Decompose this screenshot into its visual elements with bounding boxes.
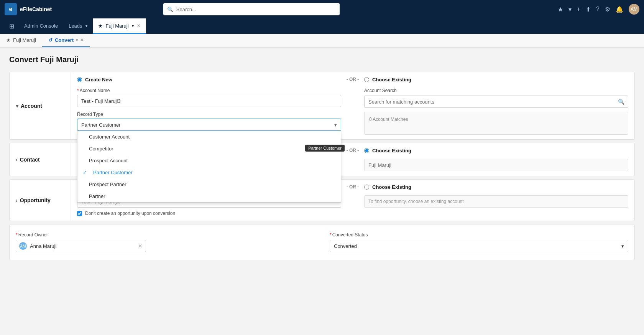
opportunity-label: Opportunity bbox=[20, 197, 51, 203]
search-input[interactable] bbox=[176, 7, 336, 12]
record-type-option-partner-customer[interactable]: Partner Customer bbox=[77, 167, 341, 178]
bottom-section: *Record Owner AM Anna Maruji ✕ *Converte… bbox=[9, 224, 635, 260]
contact-existing-area: Choose Existing Fuji Maruji bbox=[364, 148, 628, 171]
option-label: Partner Customer bbox=[93, 170, 133, 175]
option-label: Prospect Account bbox=[89, 158, 128, 163]
dropdown-icon[interactable]: ▾ bbox=[568, 6, 572, 13]
contact-existing-radio-label[interactable]: Choose Existing bbox=[364, 148, 628, 153]
choose-existing-radio-label[interactable]: Choose Existing bbox=[364, 77, 628, 83]
account-search-input[interactable] bbox=[364, 96, 628, 108]
tab-admin-console[interactable]: Admin Console bbox=[19, 18, 63, 34]
star-icon[interactable]: ★ bbox=[558, 6, 563, 13]
account-or-divider: - OR - bbox=[341, 77, 364, 82]
sub-tab-convert-label: Convert bbox=[55, 37, 74, 43]
account-chevron-icon[interactable]: ▾ bbox=[16, 103, 18, 109]
account-section: ▾ Account Create New *Account Name Recor… bbox=[9, 72, 635, 140]
account-name-input[interactable] bbox=[77, 95, 341, 107]
user-avatar[interactable]: AM bbox=[629, 4, 639, 15]
dont-create-wrapper: Don't create an opportunity upon convers… bbox=[77, 211, 341, 216]
sub-tab-convert-dropdown[interactable]: ▾ bbox=[76, 38, 78, 42]
opportunity-or-divider: - OR - bbox=[341, 184, 364, 190]
dont-create-checkbox[interactable] bbox=[77, 211, 82, 216]
record-type-dropdown[interactable]: Partner Customer ▾ bbox=[77, 119, 341, 131]
partner-customer-tooltip: Partner Customer bbox=[305, 145, 345, 152]
add-icon[interactable]: + bbox=[577, 6, 580, 13]
tab-leads[interactable]: Leads ▾ bbox=[63, 18, 92, 34]
record-type-option-competitor[interactable]: Competitor bbox=[77, 143, 341, 155]
opportunity-existing-radio-label[interactable]: Choose Existing bbox=[364, 184, 628, 190]
option-label: Customer Account bbox=[89, 134, 130, 140]
converted-status-chevron: ▾ bbox=[621, 243, 624, 249]
account-search-wrapper: 🔍 bbox=[364, 96, 628, 108]
contact-section-label: › Contact bbox=[10, 143, 71, 176]
dont-create-label: Don't create an opportunity upon convers… bbox=[85, 211, 175, 216]
grid-icon[interactable]: ⊞ bbox=[5, 18, 19, 34]
owner-name: Anna Maruji bbox=[30, 243, 138, 249]
sub-tab-convert-close[interactable]: ✕ bbox=[80, 38, 84, 43]
converted-status-col: *Converted Status Converted ▾ bbox=[330, 232, 628, 252]
tab-leads-chevron: ▾ bbox=[85, 24, 87, 28]
record-owner-label: *Record Owner bbox=[16, 232, 314, 238]
opportunity-section-label: › Opportunity bbox=[10, 180, 71, 221]
tab-admin-console-label: Admin Console bbox=[24, 23, 58, 29]
create-new-radio[interactable] bbox=[77, 77, 82, 82]
bell-icon[interactable]: 🔔 bbox=[616, 6, 623, 13]
account-create-new-panel: Create New *Account Name Record Type Par… bbox=[77, 77, 341, 131]
record-type-option-prospect-partner[interactable]: Prospect Partner Partner Customer bbox=[77, 178, 341, 190]
record-type-option-customer-account[interactable]: Customer Account bbox=[77, 131, 341, 143]
converted-status-value: Converted bbox=[334, 243, 357, 249]
tab-fuji-maruji[interactable]: ★ Fuji Maruji ▾ ✕ bbox=[93, 18, 146, 34]
gear-icon[interactable]: ⚙ bbox=[605, 6, 610, 13]
tab-star-icon: ★ bbox=[98, 23, 103, 29]
tab-leads-label: Leads bbox=[69, 23, 82, 29]
converted-status-label: *Converted Status bbox=[330, 232, 628, 238]
contact-chevron-icon[interactable]: › bbox=[16, 157, 18, 163]
logo-icon: e bbox=[5, 3, 17, 15]
option-label: Partner bbox=[89, 193, 105, 199]
opportunity-existing-label: Choose Existing bbox=[372, 184, 411, 190]
opportunity-existing-placeholder: To find opportunity, choose an existing … bbox=[368, 199, 464, 204]
converted-status-required: * bbox=[330, 232, 332, 238]
app-logo[interactable]: e eFileCabinet bbox=[5, 3, 52, 15]
contact-existing-value: Fuji Maruji bbox=[364, 159, 628, 171]
opportunity-existing-area: Choose Existing To find opportunity, cho… bbox=[364, 184, 628, 208]
global-search[interactable]: 🔍 bbox=[163, 3, 340, 15]
converted-status-dropdown[interactable]: Converted ▾ bbox=[330, 240, 628, 252]
sub-tab-fuji-maruji[interactable]: ★ Fuji Maruji bbox=[0, 34, 42, 47]
account-label: Account bbox=[21, 103, 42, 109]
contact-or-divider: - OR - bbox=[341, 148, 364, 153]
main-content: Convert Fuji Maruji ▾ Account Create New… bbox=[0, 48, 644, 335]
choose-existing-label-text: Choose Existing bbox=[372, 77, 411, 83]
create-new-radio-label[interactable]: Create New bbox=[77, 77, 341, 83]
opportunity-existing-value: To find opportunity, choose an existing … bbox=[364, 195, 628, 208]
account-matches-box: 0 Account Matches bbox=[364, 112, 628, 135]
page-title: Convert Fuji Maruji bbox=[9, 55, 635, 64]
record-type-dropdown-wrapper: Partner Customer ▾ Customer Account Comp… bbox=[77, 119, 341, 131]
choose-existing-radio[interactable] bbox=[364, 77, 369, 82]
opportunity-existing-radio[interactable] bbox=[364, 185, 369, 190]
record-owner-required: * bbox=[16, 232, 18, 238]
record-type-chevron: ▾ bbox=[334, 122, 337, 128]
record-type-option-prospect-account[interactable]: Prospect Account bbox=[77, 155, 341, 167]
record-owner-col: *Record Owner AM Anna Maruji ✕ bbox=[16, 232, 314, 252]
owner-clear-button[interactable]: ✕ bbox=[138, 243, 143, 249]
upload-icon[interactable]: ⬆ bbox=[586, 6, 591, 13]
record-owner-input-wrapper: AM Anna Maruji ✕ bbox=[16, 240, 146, 252]
option-label: Competitor bbox=[89, 146, 113, 152]
top-nav-actions: ★ ▾ + ⬆ ? ⚙ 🔔 AM bbox=[558, 4, 639, 15]
account-choose-existing-panel: Choose Existing Account Search 🔍 0 Accou… bbox=[364, 77, 628, 135]
tab-fuji-maruji-close[interactable]: ✕ bbox=[137, 23, 141, 28]
tab-fuji-maruji-label: Fuji Maruji bbox=[106, 23, 129, 29]
contact-existing-label: Choose Existing bbox=[372, 148, 411, 153]
record-type-dropdown-menu: Customer Account Competitor Prospect Acc… bbox=[77, 131, 341, 203]
sub-tab-convert[interactable]: ↺ Convert ▾ ✕ bbox=[42, 34, 90, 47]
sub-tab-star-icon: ★ bbox=[6, 37, 11, 43]
help-icon[interactable]: ? bbox=[596, 6, 600, 13]
record-type-option-partner[interactable]: Partner bbox=[77, 190, 341, 202]
opportunity-chevron-icon[interactable]: › bbox=[16, 197, 18, 203]
top-nav: e eFileCabinet 🔍 ★ ▾ + ⬆ ? ⚙ 🔔 AM bbox=[0, 0, 644, 18]
contact-existing-radio[interactable] bbox=[364, 148, 369, 153]
account-row: ▾ Account Create New *Account Name Recor… bbox=[10, 72, 634, 139]
main-tab-bar: ⊞ Admin Console Leads ▾ ★ Fuji Maruji ▾ … bbox=[0, 18, 644, 34]
tab-fuji-maruji-chevron: ▾ bbox=[132, 24, 134, 28]
